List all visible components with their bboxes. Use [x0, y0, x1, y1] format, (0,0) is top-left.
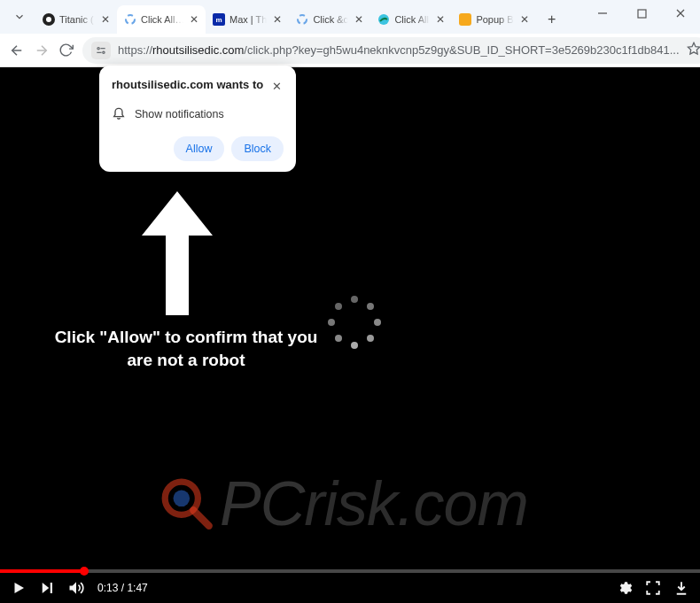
- svg-marker-30: [70, 582, 77, 593]
- notification-permission-popup: rhoutsilisedic.com wants to ✕ Show notif…: [99, 66, 296, 172]
- favicon-spinner: [124, 13, 136, 26]
- favicon-max: m: [213, 13, 225, 26]
- svg-point-25: [174, 491, 191, 507]
- video-control-bar: 0:13 / 1:47: [0, 573, 700, 603]
- tab-label: Click All…: [141, 14, 183, 25]
- tab-label: Max | Th: [229, 14, 267, 25]
- address-bar[interactable]: https://rhoutsilisedic.com/click.php?key…: [82, 37, 700, 64]
- svg-marker-23: [142, 191, 213, 315]
- close-icon[interactable]: ✕: [270, 78, 284, 95]
- svg-line-26: [193, 510, 209, 526]
- reload-button[interactable]: [58, 41, 74, 60]
- robot-prompt-text: Click "Allow" to confirm that you are no…: [53, 326, 319, 371]
- favicon-hbo: [43, 13, 55, 26]
- new-tab-button[interactable]: +: [540, 7, 564, 32]
- svg-point-2: [126, 15, 135, 24]
- window-controls: [583, 0, 700, 34]
- tab-click-all-edge[interactable]: Click All ✕: [370, 5, 452, 34]
- tab-click-c[interactable]: Click &c ✕: [289, 5, 370, 34]
- tab-label: Titanic (: [59, 14, 95, 25]
- svg-point-14: [97, 47, 99, 49]
- block-button[interactable]: Block: [231, 136, 284, 161]
- window-titlebar: Titanic ( ✕ Click All… ✕ m Max | Th ✕ Cl…: [0, 0, 700, 34]
- close-window-button[interactable]: [661, 0, 700, 27]
- tab-label: Click &c: [313, 14, 348, 25]
- permission-title: rhoutsilisedic.com wants to: [112, 78, 263, 91]
- close-icon[interactable]: ✕: [353, 13, 365, 26]
- svg-marker-27: [15, 583, 25, 593]
- favicon-edge: [377, 13, 390, 26]
- tab-label: Popup B: [476, 14, 513, 25]
- forward-button[interactable]: [34, 41, 50, 60]
- svg-marker-18: [688, 43, 699, 54]
- bell-icon: [112, 105, 126, 122]
- pcrisk-watermark: PCrisk.com: [159, 468, 528, 539]
- favicon-spinner: [296, 13, 308, 26]
- magnifier-icon: [159, 476, 214, 531]
- fullscreen-button[interactable]: [645, 580, 661, 596]
- tab-click-all-active[interactable]: Click All… ✕: [117, 5, 206, 34]
- tab-label: Click All: [394, 14, 430, 25]
- back-button[interactable]: [9, 41, 25, 60]
- close-icon[interactable]: ✕: [518, 13, 531, 26]
- minimize-button[interactable]: [583, 0, 622, 27]
- close-icon[interactable]: ✕: [188, 13, 200, 26]
- maximize-button[interactable]: [622, 0, 661, 27]
- tab-strip: Titanic ( ✕ Click All… ✕ m Max | Th ✕ Cl…: [35, 0, 536, 34]
- svg-rect-9: [638, 10, 646, 18]
- video-time: 0:13 / 1:47: [97, 582, 148, 594]
- volume-button[interactable]: [67, 579, 85, 597]
- tab-list-chevron[interactable]: [4, 4, 35, 30]
- tab-max[interactable]: m Max | Th ✕: [206, 5, 289, 34]
- svg-rect-29: [51, 583, 52, 593]
- svg-point-5: [298, 15, 307, 24]
- favicon-bullet: [459, 13, 471, 26]
- tab-popup-b[interactable]: Popup B ✕: [452, 5, 535, 34]
- close-icon[interactable]: ✕: [434, 13, 447, 26]
- svg-point-1: [46, 17, 51, 22]
- settings-gear-icon[interactable]: [617, 580, 633, 596]
- svg-rect-7: [459, 13, 471, 26]
- up-arrow-graphic: [137, 191, 217, 315]
- loading-spinner: [328, 296, 381, 349]
- close-icon[interactable]: ✕: [99, 13, 112, 26]
- site-settings-icon[interactable]: [91, 42, 111, 59]
- play-button[interactable]: [11, 580, 27, 596]
- allow-button[interactable]: Allow: [174, 136, 225, 161]
- close-icon[interactable]: ✕: [271, 13, 284, 26]
- permission-line: Show notifications: [135, 108, 224, 120]
- bookmark-star-icon[interactable]: [687, 42, 700, 58]
- svg-marker-28: [43, 583, 50, 593]
- svg-point-16: [103, 51, 105, 53]
- browser-toolbar: https://rhoutsilisedic.com/click.php?key…: [0, 34, 700, 67]
- next-button[interactable]: [39, 580, 55, 596]
- svg-text:m: m: [215, 16, 222, 24]
- url-text: https://rhoutsilisedic.com/click.php?key…: [118, 43, 680, 57]
- tab-titanic[interactable]: Titanic ( ✕: [35, 5, 117, 34]
- download-button[interactable]: [673, 580, 689, 596]
